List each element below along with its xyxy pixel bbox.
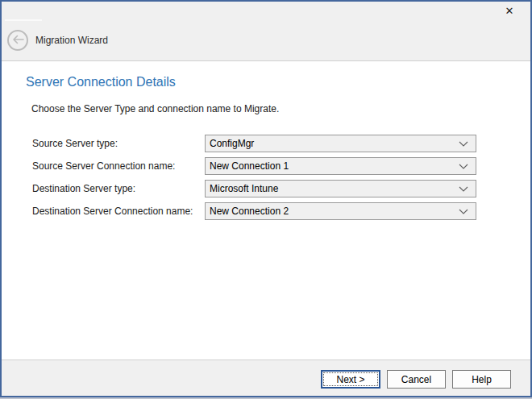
migration-wizard-window: ✕ Migration Wizard Server Connection Det… — [0, 0, 532, 397]
destination-server-type-select[interactable]: Microsoft Intune — [205, 180, 476, 197]
destination-connection-name-select[interactable]: New Connection 2 — [205, 202, 476, 220]
title-bar: ✕ — [2, 2, 530, 20]
next-button[interactable]: Next > — [321, 370, 380, 389]
help-button[interactable]: Help — [452, 370, 511, 389]
wizard-page: Server Connection Details Choose the Ser… — [2, 61, 530, 360]
close-button[interactable]: ✕ — [499, 3, 520, 19]
destination-connection-name-value: New Connection 2 — [210, 206, 289, 217]
close-icon: ✕ — [505, 5, 514, 17]
cancel-button[interactable]: Cancel — [387, 370, 446, 389]
page-description: Choose the Server Type and connection na… — [31, 103, 279, 114]
field-row-destination-server-type: Destination Server type: Microsoft Intun… — [32, 180, 476, 197]
chevron-down-icon — [459, 209, 468, 214]
field-row-destination-connection-name: Destination Server Connection name: New … — [32, 202, 476, 220]
destination-server-type-label: Destination Server type: — [32, 183, 205, 194]
connection-form: Source Server type: ConfigMgr Source Ser… — [32, 135, 476, 225]
titlebar-highlight — [5, 19, 42, 21]
chevron-down-icon — [459, 186, 468, 192]
back-arrow-icon — [12, 35, 24, 47]
source-connection-name-select[interactable]: New Connection 1 — [205, 157, 476, 175]
source-server-type-select[interactable]: ConfigMgr — [205, 135, 476, 152]
field-row-source-connection-name: Source Server Connection name: New Conne… — [32, 157, 476, 175]
destination-server-type-value: Microsoft Intune — [210, 183, 278, 194]
wizard-title: Migration Wizard — [35, 35, 108, 46]
button-bar: Next > Cancel Help — [2, 360, 530, 396]
source-connection-name-value: New Connection 1 — [210, 160, 289, 172]
chevron-down-icon — [459, 164, 468, 169]
source-server-type-label: Source Server type: — [32, 138, 205, 149]
chevron-down-icon — [459, 141, 468, 147]
destination-connection-name-label: Destination Server Connection name: — [32, 206, 205, 217]
page-title: Server Connection Details — [26, 75, 176, 89]
back-button[interactable] — [7, 30, 28, 51]
source-server-type-value: ConfigMgr — [210, 138, 254, 149]
wizard-header: Migration Wizard — [2, 20, 530, 61]
field-row-source-server-type: Source Server type: ConfigMgr — [32, 135, 476, 152]
source-connection-name-label: Source Server Connection name: — [32, 160, 205, 172]
